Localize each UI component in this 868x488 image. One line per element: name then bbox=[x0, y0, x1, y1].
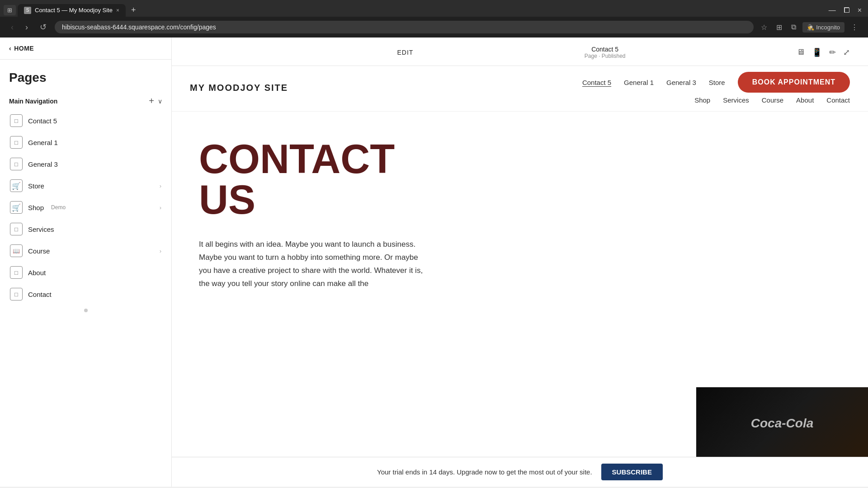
page-status: Page · Published bbox=[585, 53, 626, 59]
section-actions: + ∨ bbox=[149, 96, 162, 106]
sidebar-item-shop[interactable]: 🛒 Shop Demo › bbox=[5, 197, 166, 218]
page-title: Contact 5 bbox=[585, 46, 626, 53]
sidebar-item-course[interactable]: 📖 Course › bbox=[5, 240, 166, 262]
hero-title-line2: US bbox=[199, 177, 255, 222]
nav-row-2: Shop Services Course About Contact bbox=[694, 96, 850, 104]
book-appointment-button[interactable]: BOOK APPOINTMENT bbox=[738, 72, 850, 93]
page-icon-general3: □ bbox=[10, 158, 23, 170]
section-title: Main Navigation bbox=[9, 98, 57, 105]
incognito-indicator: 🕵 Incognito bbox=[802, 22, 844, 33]
collapse-section-button[interactable]: ∨ bbox=[158, 98, 162, 105]
preview-image-content: Coca-Cola bbox=[696, 387, 868, 460]
sidebar-item-store[interactable]: 🛒 Store › bbox=[5, 175, 166, 197]
page-label-contact: Contact bbox=[28, 291, 52, 298]
extensions-button[interactable]: ⊞ bbox=[774, 21, 785, 33]
close-window-button[interactable]: × bbox=[855, 5, 864, 16]
mobile-view-button[interactable]: 📱 bbox=[812, 47, 822, 57]
page-icon-store: 🛒 bbox=[10, 179, 23, 192]
view-icons: 🖥 📱 ✏ ⤢ bbox=[797, 47, 850, 57]
active-tab[interactable]: S Contact 5 — My Moodjoy Site × bbox=[18, 4, 126, 17]
page-icon-general1: □ bbox=[10, 136, 23, 149]
sidebar-item-contact5[interactable]: □ Contact 5 bbox=[5, 110, 166, 131]
tab-title: Contact 5 — My Moodjoy Site bbox=[35, 7, 113, 14]
shop-badge: Demo bbox=[51, 204, 66, 211]
split-view-button[interactable]: ⧉ bbox=[788, 21, 799, 33]
page-info: Contact 5 Page · Published bbox=[585, 46, 626, 59]
nav-link-services[interactable]: Services bbox=[723, 96, 749, 104]
nav-link-contact5[interactable]: Contact 5 bbox=[582, 79, 611, 86]
nav-row-1: Contact 5 General 1 General 3 Store BOOK… bbox=[582, 72, 850, 93]
page-icon-contact: □ bbox=[10, 288, 23, 300]
incognito-label: Incognito bbox=[816, 24, 840, 31]
sidebar-item-general3[interactable]: □ General 3 bbox=[5, 153, 166, 175]
shop-chevron-icon: › bbox=[160, 204, 161, 211]
menu-button[interactable]: ⋮ bbox=[848, 21, 861, 33]
sidebar-item-about[interactable]: □ About bbox=[5, 262, 166, 283]
store-chevron-icon: › bbox=[160, 183, 161, 189]
course-chevron-icon: › bbox=[160, 248, 161, 254]
page-label-services: Services bbox=[28, 225, 54, 233]
minimize-button[interactable]: — bbox=[826, 5, 839, 16]
trial-banner: Your trial ends in 14 days. Upgrade now … bbox=[172, 457, 868, 487]
nav-link-general3[interactable]: General 3 bbox=[666, 79, 696, 86]
maximize-button[interactable]: ⧠ bbox=[840, 5, 853, 16]
add-page-button[interactable]: + bbox=[149, 96, 154, 106]
home-label: HOME bbox=[14, 45, 34, 52]
page-label-course: Course bbox=[28, 247, 50, 255]
edit-mode-button[interactable]: ✏ bbox=[829, 47, 836, 57]
sidebar-header: Pages bbox=[0, 60, 171, 89]
main-navigation-header: Main Navigation + ∨ bbox=[0, 89, 171, 110]
sidebar-item-contact[interactable]: □ Contact bbox=[5, 283, 166, 305]
page-icon-services: □ bbox=[10, 223, 23, 235]
page-icon-contact5: □ bbox=[10, 114, 23, 127]
home-chevron: ‹ bbox=[9, 45, 11, 52]
contact-hero-title: CONTACT US bbox=[199, 139, 841, 220]
home-button[interactable]: ‹ HOME bbox=[9, 45, 34, 52]
bookmark-button[interactable]: ☆ bbox=[758, 21, 770, 33]
forward-button[interactable]: › bbox=[22, 21, 32, 34]
site-logo: MY MOODJOY SITE bbox=[190, 83, 288, 93]
sidebar-topbar: ‹ HOME bbox=[0, 38, 171, 60]
scroll-indicator bbox=[0, 305, 171, 316]
nav-link-shop[interactable]: Shop bbox=[694, 96, 710, 104]
scroll-dot bbox=[84, 309, 88, 312]
tab-close-btn[interactable]: × bbox=[116, 7, 119, 14]
back-button[interactable]: ‹ bbox=[7, 21, 17, 34]
page-label-about: About bbox=[28, 269, 46, 277]
tab-group-button[interactable]: ⊞ bbox=[4, 5, 16, 15]
expand-button[interactable]: ⤢ bbox=[843, 47, 850, 57]
coca-cola-label: Coca-Cola bbox=[751, 416, 813, 431]
page-label-general3: General 3 bbox=[28, 160, 58, 168]
tab-favicon: S bbox=[24, 7, 31, 14]
edit-button[interactable]: EDIT bbox=[397, 49, 413, 56]
pages-title: Pages bbox=[9, 70, 162, 85]
reload-button[interactable]: ↺ bbox=[36, 20, 50, 34]
page-icon-about: □ bbox=[10, 266, 23, 279]
contact-description: It all begins with an idea. Maybe you wa… bbox=[199, 238, 425, 291]
sidebar-item-general1[interactable]: □ General 1 bbox=[5, 131, 166, 153]
new-tab-button[interactable]: + bbox=[127, 4, 140, 17]
page-icon-course: 📖 bbox=[10, 244, 23, 257]
page-list: □ Contact 5 □ General 1 □ General 3 🛒 St… bbox=[0, 110, 171, 305]
sidebar-item-services[interactable]: □ Services bbox=[5, 218, 166, 240]
nav-link-general1[interactable]: General 1 bbox=[624, 79, 654, 86]
preview-image: Coca-Cola bbox=[696, 387, 868, 460]
page-label-contact5: Contact 5 bbox=[28, 117, 57, 125]
nav-link-store[interactable]: Store bbox=[709, 79, 725, 86]
site-navigation: MY MOODJOY SITE Contact 5 General 1 Gene… bbox=[172, 65, 868, 112]
nav-link-course[interactable]: Course bbox=[762, 96, 783, 104]
sidebar: ‹ HOME Pages Main Navigation + ∨ □ Conta… bbox=[0, 38, 172, 487]
subscribe-button[interactable]: SUBSCRIBE bbox=[601, 464, 663, 480]
page-label-store: Store bbox=[28, 182, 44, 190]
address-bar[interactable] bbox=[55, 21, 754, 33]
trial-text: Your trial ends in 14 days. Upgrade now … bbox=[377, 468, 592, 476]
hero-title-line1: CONTACT bbox=[199, 136, 395, 182]
nav-link-about[interactable]: About bbox=[796, 96, 814, 104]
page-icon-shop: 🛒 bbox=[10, 201, 23, 214]
nav-link-contact[interactable]: Contact bbox=[826, 96, 850, 104]
incognito-icon: 🕵 bbox=[807, 24, 814, 31]
desktop-view-button[interactable]: 🖥 bbox=[797, 47, 805, 57]
page-label-general1: General 1 bbox=[28, 139, 58, 146]
page-label-shop: Shop bbox=[28, 204, 44, 211]
